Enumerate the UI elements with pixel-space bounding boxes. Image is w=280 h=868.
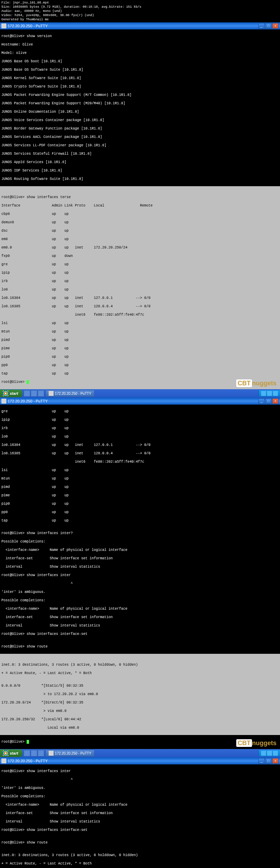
quicklaunch-icon[interactable] — [38, 750, 44, 756]
term-line: pp0 up up — [1, 510, 279, 514]
term-line: lo0.16384 up up inet 127.0.0.1 --> 0/0 — [1, 443, 279, 447]
cbt-nuggets-logo: CBTnuggets — [236, 380, 276, 387]
term-line: interface-set Show interface set informa… — [1, 615, 279, 620]
taskbar-item[interactable]: 172.20.20.250 - PuTTY — [46, 750, 94, 757]
term-line: Local via em0.0 — [1, 726, 279, 730]
term-line: JUNOS AppId Services [10.1R1.8] — [1, 160, 279, 164]
term-line: pime up up — [1, 493, 279, 498]
term-line: Interface Admin Link Proto Local Remote — [1, 204, 279, 208]
term-line: interval Show interval statistics — [1, 565, 279, 569]
term-line: JUNOS Packet Forwarding Engine Support (… — [1, 102, 279, 106]
term-line: pip0 up up — [1, 502, 279, 506]
term-line: JUNOS Services LL-PDF Container package … — [1, 144, 279, 148]
term-line: lo0 up up — [1, 288, 279, 292]
terminal-output[interactable]: root@Olive> show interfaces inter ^ 'int… — [0, 764, 280, 868]
term-line: fxp0 up down — [1, 254, 279, 258]
quicklaunch-icon[interactable] — [31, 390, 37, 397]
start-button[interactable]: start — [0, 390, 22, 397]
window-title: 172.20.20.250 - PuTTY — [8, 759, 258, 763]
term-line: mtun up up — [1, 477, 279, 481]
putty-icon — [49, 751, 54, 756]
term-line: tap up up — [1, 519, 279, 523]
taskbar[interactable]: start 172.20.20.250 - PuTTY — [0, 389, 280, 398]
term-line: inet6 fe80::202:a5ff:fe40:4f7c — [1, 313, 279, 317]
close-button[interactable]: × — [272, 758, 279, 764]
term-line: Possible completions: — [1, 794, 279, 799]
quicklaunch-icon[interactable] — [24, 390, 30, 397]
terminal-output[interactable]: root@Olive> show version Hostname: Olive… — [0, 29, 280, 186]
system-tray[interactable] — [259, 390, 280, 397]
terminal-output-highlight[interactable]: root@Olive> show interfaces terse Interf… — [0, 186, 280, 389]
term-line: root@Olive> show interfaces inter? — [1, 531, 279, 536]
meta-file: File: jnpr_jno_101_08.mp4 — [1, 1, 279, 5]
system-tray[interactable] — [259, 750, 280, 756]
term-line: interface-set Show interface set informa… — [1, 556, 279, 561]
tray-icon[interactable] — [261, 391, 266, 396]
meta-size: Size: 10836085 bytes (9.72 MiB), duratio… — [1, 5, 279, 9]
maximize-button[interactable]: □ — [265, 23, 272, 29]
close-button[interactable]: × — [272, 23, 279, 29]
quicklaunch-icon[interactable] — [38, 390, 44, 397]
term-line: pimd up up — [1, 485, 279, 489]
tray-icon[interactable] — [261, 751, 266, 756]
terminal-output[interactable]: gre up up ipip up up irb up up lo0 up up… — [0, 405, 280, 654]
taskbar-item[interactable]: 172.20.20.250 - PuTTY — [46, 390, 94, 397]
start-button[interactable]: start — [0, 749, 22, 757]
term-line: ipip up up — [1, 418, 279, 422]
term-line: pp0 up up — [1, 363, 279, 368]
windows-icon — [3, 391, 8, 396]
minimize-button[interactable]: _ — [258, 398, 265, 404]
maximize-button[interactable]: □ — [265, 398, 272, 404]
maximize-button[interactable]: □ — [265, 758, 272, 764]
term-line: JUNOS Online Documentation [10.1R1.8] — [1, 110, 279, 114]
tray-icon[interactable] — [273, 751, 278, 756]
term-line: > to 172.20.20.2 via em0.0 — [1, 692, 279, 696]
term-line: lsi up up — [1, 468, 279, 472]
titlebar[interactable]: 172.20.20.250 - PuTTY _□× — [0, 398, 280, 405]
term-line: Model: olive — [1, 51, 279, 55]
term-line: 172.20.20.250/32 *[Local/0] 00:44:42 — [1, 718, 279, 722]
term-line: root@Olive> show interfaces terse — [1, 195, 279, 200]
meta-gen: Generated by Thumbnail me — [1, 18, 279, 22]
minimize-button[interactable]: _ — [258, 758, 265, 764]
quicklaunch-icon[interactable] — [24, 750, 30, 756]
putty-icon — [1, 23, 6, 28]
term-line: interval Show interval statistics — [1, 624, 279, 628]
term-line: lo0.16385 up up inet 128.0.0.4 --> 0/0 — [1, 304, 279, 309]
term-line: Possible completions: — [1, 540, 279, 544]
video-metadata: File: jnpr_jno_101_08.mp4 Size: 10836085… — [0, 0, 280, 22]
close-button[interactable]: × — [272, 398, 279, 404]
term-line: root@Olive> show interfaces inter — [1, 573, 279, 578]
term-line: JUNOS Packet Forwarding Engine Support (… — [1, 93, 279, 97]
term-line: <interface-name> Name of physical or log… — [1, 803, 279, 807]
titlebar[interactable]: 172.20.20.250 - PuTTY _□× — [0, 757, 280, 764]
windows-icon — [3, 750, 8, 756]
term-line: Possible completions: — [1, 598, 279, 603]
term-line: irb up up — [1, 426, 279, 430]
cursor — [27, 380, 29, 384]
tray-icon[interactable] — [267, 751, 272, 756]
term-line: JUNOS Voice Services Container package [… — [1, 118, 279, 122]
term-line: + = Active Route, - = Last Active, * = B… — [1, 862, 279, 866]
taskbar[interactable]: start 172.20.20.250 - PuTTY — [0, 749, 280, 757]
term-line: JUNOS Crypto Software Suite [10.1R1.8] — [1, 85, 279, 89]
term-line: 'inter' is ambiguous. — [1, 786, 279, 790]
term-line: JUNOS Border Gateway Function package [1… — [1, 127, 279, 131]
minimize-button[interactable]: _ — [258, 23, 265, 29]
term-line: inet.0: 3 destinations, 3 routes (3 acti… — [1, 853, 279, 858]
term-line: ^ — [1, 582, 279, 586]
term-line: + = Active Route, - = Last Active, * = B… — [1, 671, 279, 676]
window-title: 172.20.20.250 - PuTTY — [8, 399, 258, 403]
term-line: inet6 fe80::202:a5ff:fe40:4f7c — [1, 460, 279, 464]
tray-icon[interactable] — [267, 391, 272, 396]
tray-icon[interactable] — [273, 391, 278, 396]
term-line: lo0.16384 up up inet 127.0.0.1 --> 0/0 — [1, 296, 279, 300]
term-line: <interface-name> Name of physical or log… — [1, 607, 279, 611]
term-line: root@Olive> show route — [1, 645, 279, 649]
term-line: root@Olive> show interfaces interface-se… — [1, 632, 279, 636]
terminal-output-highlight[interactable]: inet.0: 3 destinations, 3 routes (3 acti… — [0, 654, 280, 735]
quicklaunch-icon[interactable] — [31, 750, 37, 756]
titlebar[interactable]: 172.20.20.250 - PuTTY _ □ × — [0, 22, 280, 29]
term-line: inet.0: 3 destinations, 3 routes (3 acti… — [1, 663, 279, 667]
putty-icon — [49, 391, 54, 396]
